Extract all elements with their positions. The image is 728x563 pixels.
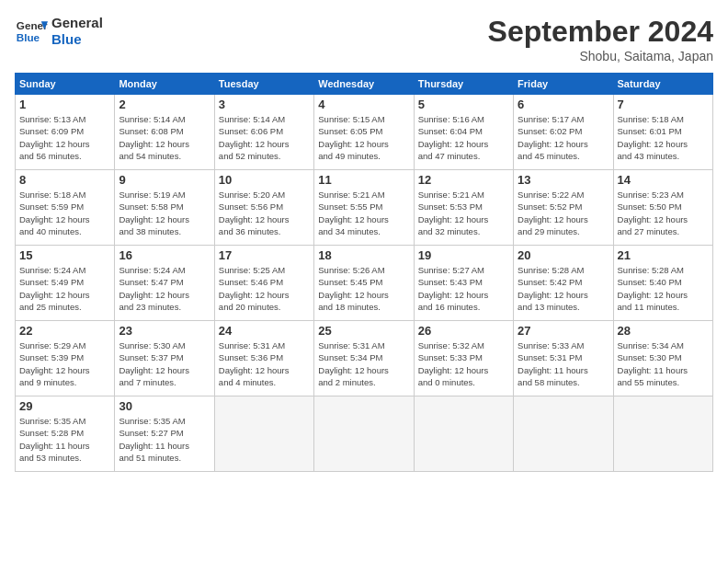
day-info: Sunrise: 5:28 AM Sunset: 5:42 PM Dayligh… <box>518 264 609 313</box>
table-row: 3Sunrise: 5:14 AM Sunset: 6:06 PM Daylig… <box>214 95 313 170</box>
table-row: 23Sunrise: 5:30 AM Sunset: 5:37 PM Dayli… <box>115 321 214 396</box>
table-row: 16Sunrise: 5:24 AM Sunset: 5:47 PM Dayli… <box>115 246 214 321</box>
day-info: Sunrise: 5:18 AM Sunset: 6:01 PM Dayligh… <box>618 113 709 162</box>
day-info: Sunrise: 5:13 AM Sunset: 6:09 PM Dayligh… <box>19 113 110 162</box>
table-row <box>613 396 712 472</box>
table-row: 30Sunrise: 5:35 AM Sunset: 5:27 PM Dayli… <box>115 396 214 472</box>
day-number: 17 <box>219 248 310 262</box>
day-number: 8 <box>19 173 110 187</box>
day-info: Sunrise: 5:29 AM Sunset: 5:39 PM Dayligh… <box>19 339 110 388</box>
table-row: 28Sunrise: 5:34 AM Sunset: 5:30 PM Dayli… <box>613 321 712 396</box>
day-info: Sunrise: 5:14 AM Sunset: 6:08 PM Dayligh… <box>119 113 210 162</box>
day-info: Sunrise: 5:26 AM Sunset: 5:45 PM Dayligh… <box>318 264 409 313</box>
table-row: 22Sunrise: 5:29 AM Sunset: 5:39 PM Dayli… <box>16 321 115 396</box>
day-number: 21 <box>618 248 709 262</box>
day-info: Sunrise: 5:31 AM Sunset: 5:34 PM Dayligh… <box>318 339 409 388</box>
table-row: 19Sunrise: 5:27 AM Sunset: 5:43 PM Dayli… <box>414 246 513 321</box>
day-number: 4 <box>318 98 409 111</box>
day-number: 22 <box>19 324 110 338</box>
col-wednesday: Wednesday <box>314 74 414 95</box>
calendar-week-5: 29Sunrise: 5:35 AM Sunset: 5:28 PM Dayli… <box>16 396 713 472</box>
day-number: 11 <box>318 173 409 187</box>
calendar-week-2: 8Sunrise: 5:18 AM Sunset: 5:59 PM Daylig… <box>16 170 713 246</box>
table-row: 29Sunrise: 5:35 AM Sunset: 5:28 PM Dayli… <box>16 396 115 472</box>
calendar-week-1: 1Sunrise: 5:13 AM Sunset: 6:09 PM Daylig… <box>16 95 713 170</box>
table-row <box>414 396 513 472</box>
day-number: 13 <box>518 173 609 187</box>
calendar-week-3: 15Sunrise: 5:24 AM Sunset: 5:49 PM Dayli… <box>16 246 713 321</box>
day-number: 16 <box>119 248 210 262</box>
day-info: Sunrise: 5:16 AM Sunset: 6:04 PM Dayligh… <box>418 113 509 162</box>
day-info: Sunrise: 5:23 AM Sunset: 5:50 PM Dayligh… <box>618 189 709 237</box>
day-number: 14 <box>618 173 709 187</box>
day-number: 2 <box>119 98 210 111</box>
table-row: 26Sunrise: 5:32 AM Sunset: 5:33 PM Dayli… <box>414 321 513 396</box>
table-row: 20Sunrise: 5:28 AM Sunset: 5:42 PM Dayli… <box>514 246 613 321</box>
col-saturday: Saturday <box>613 74 712 95</box>
table-row: 27Sunrise: 5:33 AM Sunset: 5:31 PM Dayli… <box>514 321 613 396</box>
day-info: Sunrise: 5:20 AM Sunset: 5:56 PM Dayligh… <box>219 189 310 237</box>
day-info: Sunrise: 5:21 AM Sunset: 5:53 PM Dayligh… <box>418 189 509 237</box>
table-row: 10Sunrise: 5:20 AM Sunset: 5:56 PM Dayli… <box>214 170 313 246</box>
table-row: 25Sunrise: 5:31 AM Sunset: 5:34 PM Dayli… <box>314 321 414 396</box>
day-number: 24 <box>219 324 310 338</box>
day-number: 28 <box>618 324 709 338</box>
table-row: 6Sunrise: 5:17 AM Sunset: 6:02 PM Daylig… <box>514 95 613 170</box>
day-info: Sunrise: 5:33 AM Sunset: 5:31 PM Dayligh… <box>518 339 609 388</box>
day-number: 18 <box>318 248 409 262</box>
day-number: 7 <box>618 98 709 111</box>
day-info: Sunrise: 5:35 AM Sunset: 5:28 PM Dayligh… <box>19 415 110 464</box>
day-info: Sunrise: 5:35 AM Sunset: 5:27 PM Dayligh… <box>119 415 210 464</box>
table-row: 18Sunrise: 5:26 AM Sunset: 5:45 PM Dayli… <box>314 246 414 321</box>
day-info: Sunrise: 5:17 AM Sunset: 6:02 PM Dayligh… <box>518 113 609 162</box>
day-number: 6 <box>518 98 609 111</box>
table-row: 21Sunrise: 5:28 AM Sunset: 5:40 PM Dayli… <box>613 246 712 321</box>
table-row: 7Sunrise: 5:18 AM Sunset: 6:01 PM Daylig… <box>613 95 712 170</box>
day-number: 3 <box>219 98 310 111</box>
generalblue-logo-icon: General Blue <box>15 15 48 48</box>
day-info: Sunrise: 5:34 AM Sunset: 5:30 PM Dayligh… <box>618 339 709 388</box>
table-row: 24Sunrise: 5:31 AM Sunset: 5:36 PM Dayli… <box>214 321 313 396</box>
day-number: 9 <box>119 173 210 187</box>
month-title: September 2024 <box>488 15 713 49</box>
col-tuesday: Tuesday <box>214 74 313 95</box>
day-info: Sunrise: 5:24 AM Sunset: 5:49 PM Dayligh… <box>19 264 110 313</box>
calendar-week-4: 22Sunrise: 5:29 AM Sunset: 5:39 PM Dayli… <box>16 321 713 396</box>
location: Shobu, Saitama, Japan <box>488 49 713 63</box>
table-row: 17Sunrise: 5:25 AM Sunset: 5:46 PM Dayli… <box>214 246 313 321</box>
day-info: Sunrise: 5:15 AM Sunset: 6:05 PM Dayligh… <box>318 113 409 162</box>
table-row <box>314 396 414 472</box>
svg-text:Blue: Blue <box>17 31 40 43</box>
day-info: Sunrise: 5:14 AM Sunset: 6:06 PM Dayligh… <box>219 113 310 162</box>
day-number: 12 <box>418 173 509 187</box>
day-info: Sunrise: 5:31 AM Sunset: 5:36 PM Dayligh… <box>219 339 310 388</box>
table-row: 15Sunrise: 5:24 AM Sunset: 5:49 PM Dayli… <box>16 246 115 321</box>
table-row: 12Sunrise: 5:21 AM Sunset: 5:53 PM Dayli… <box>414 170 513 246</box>
table-row: 2Sunrise: 5:14 AM Sunset: 6:08 PM Daylig… <box>115 95 214 170</box>
day-number: 5 <box>418 98 509 111</box>
day-number: 25 <box>318 324 409 338</box>
day-info: Sunrise: 5:27 AM Sunset: 5:43 PM Dayligh… <box>418 264 509 313</box>
day-number: 15 <box>19 248 110 262</box>
day-number: 29 <box>19 399 110 413</box>
title-block: September 2024 Shobu, Saitama, Japan <box>488 15 713 63</box>
table-row: 13Sunrise: 5:22 AM Sunset: 5:52 PM Dayli… <box>514 170 613 246</box>
day-info: Sunrise: 5:25 AM Sunset: 5:46 PM Dayligh… <box>219 264 310 313</box>
col-sunday: Sunday <box>16 74 115 95</box>
day-number: 19 <box>418 248 509 262</box>
day-info: Sunrise: 5:22 AM Sunset: 5:52 PM Dayligh… <box>518 189 609 237</box>
day-info: Sunrise: 5:21 AM Sunset: 5:55 PM Dayligh… <box>318 189 409 237</box>
table-row <box>214 396 313 472</box>
table-row: 8Sunrise: 5:18 AM Sunset: 5:59 PM Daylig… <box>16 170 115 246</box>
day-info: Sunrise: 5:18 AM Sunset: 5:59 PM Dayligh… <box>19 189 110 237</box>
day-number: 20 <box>518 248 609 262</box>
day-number: 27 <box>518 324 609 338</box>
logo: General Blue General Blue <box>15 15 103 48</box>
day-number: 30 <box>119 399 210 413</box>
logo-blue: Blue <box>51 31 103 48</box>
table-row: 4Sunrise: 5:15 AM Sunset: 6:05 PM Daylig… <box>314 95 414 170</box>
day-info: Sunrise: 5:19 AM Sunset: 5:58 PM Dayligh… <box>119 189 210 237</box>
day-number: 26 <box>418 324 509 338</box>
day-info: Sunrise: 5:30 AM Sunset: 5:37 PM Dayligh… <box>119 339 210 388</box>
table-row: 5Sunrise: 5:16 AM Sunset: 6:04 PM Daylig… <box>414 95 513 170</box>
